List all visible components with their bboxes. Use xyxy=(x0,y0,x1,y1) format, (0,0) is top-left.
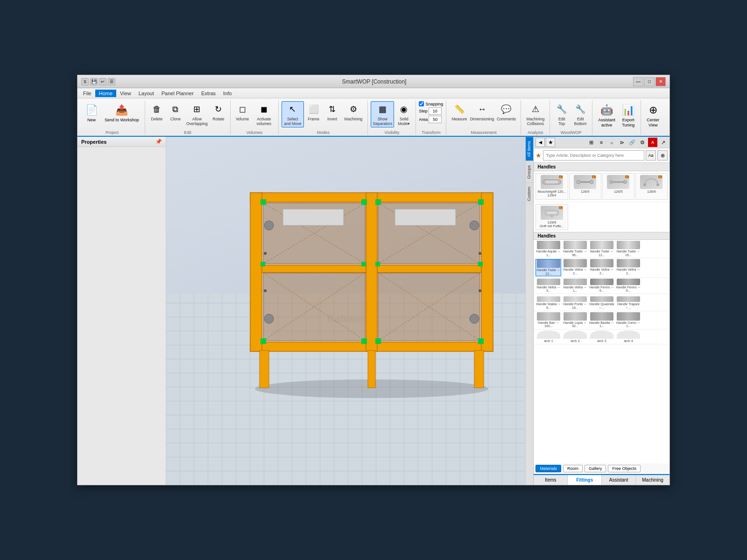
panel-icon-5[interactable]: 🔗 xyxy=(627,138,637,147)
bottom-tab-assistant[interactable]: Assistant xyxy=(602,475,636,485)
select-and-move-button[interactable]: ↖ Selectand Move xyxy=(282,101,303,127)
side-tabs: All Items Groups Custom xyxy=(525,137,534,485)
export-tuning-button[interactable]: 📊 ExportTuning xyxy=(619,101,638,129)
app-icon-menu[interactable]: ☰ xyxy=(108,78,115,85)
menu-info[interactable]: Info xyxy=(219,90,235,97)
handle-item-4[interactable]: C 128/6 xyxy=(635,173,668,200)
maximize-button[interactable]: □ xyxy=(644,77,655,86)
delete-button[interactable]: 🗑 Delete xyxy=(148,101,166,123)
panel-icon-1[interactable]: ⊞ xyxy=(586,138,596,147)
menu-panel-planner[interactable]: Panel Planner xyxy=(158,90,197,97)
bottom-tab-machining[interactable]: Machining xyxy=(636,475,669,485)
handle-list-arch-2[interactable]: arch 2 xyxy=(562,330,588,343)
handle-list-trapani[interactable]: Handle Trapani ↔... xyxy=(615,295,641,309)
handle-item-2[interactable]: C 128/5 xyxy=(569,173,601,200)
handle-list-veltra-2[interactable]: Handle Veltra ↔ 2... xyxy=(589,259,614,276)
frame-button[interactable]: ⬜ Frame xyxy=(305,101,323,123)
category-room[interactable]: Room xyxy=(563,465,583,472)
solid-mode-button[interactable]: ◉ SolidMode▾ xyxy=(395,101,413,127)
send-to-workshop-button[interactable]: 📤 Send to Workshop xyxy=(102,101,142,124)
handle-list-basilia[interactable]: Handle Basilia ↔ 1... xyxy=(589,312,614,328)
handle-list-quadrata[interactable]: Handle Quadrata ↔... xyxy=(589,295,614,309)
panel-icon-2[interactable]: ≡ xyxy=(597,138,606,147)
panel-icon-6[interactable]: ⚙ xyxy=(638,138,647,147)
minimize-button[interactable]: — xyxy=(633,77,643,86)
handle-item-3[interactable]: C 126/5 xyxy=(602,173,634,200)
handle-list-veltra-1[interactable]: Handle Veltra ↔ 2... xyxy=(562,259,588,276)
category-materials[interactable]: Materials xyxy=(536,465,561,472)
handle-list-aquila[interactable]: Handle Aquila ↔ 1... xyxy=(536,241,561,257)
category-free-objects[interactable]: Free Objects xyxy=(608,465,641,472)
panel-scroll-area[interactable]: Handles C xyxy=(534,163,669,463)
handle-list-veltra-3[interactable]: Handle Veltra ↔ 2... xyxy=(615,259,641,276)
allow-overlapping-button[interactable]: ⊞ Allow Overlapping xyxy=(185,101,209,127)
show-separators-button[interactable]: ▦ ShowSeparators xyxy=(371,101,394,127)
handle-list-ponte[interactable]: Handle Ponte ↔ 19... xyxy=(562,295,588,309)
app-icon-undo[interactable]: ↩ xyxy=(99,78,106,85)
app-icon-save[interactable]: 💾 xyxy=(90,78,98,85)
panel-star-icon[interactable]: ★ xyxy=(546,138,555,147)
handle-item-5[interactable]: C 128/6Griff mit Puffe... xyxy=(536,204,568,231)
panel-icon-4[interactable]: ⊳ xyxy=(617,138,627,147)
viewport[interactable]: Cabinet xyxy=(166,137,525,485)
handle-list-fermo-1[interactable]: Handle Fermo ↔ 6... xyxy=(589,279,614,293)
menu-extras[interactable]: Extras xyxy=(197,90,219,97)
panel-icon-3[interactable]: ⬦ xyxy=(607,138,616,147)
center-view-button[interactable]: ⊕ CenterView xyxy=(644,101,662,129)
clone-button[interactable]: ⧉ Clone xyxy=(167,101,184,123)
menu-file[interactable]: File xyxy=(79,90,95,97)
menu-home[interactable]: Home xyxy=(95,90,116,97)
side-tab-groups[interactable]: Groups xyxy=(526,161,533,183)
search-input[interactable] xyxy=(543,150,644,161)
step-input[interactable] xyxy=(429,107,442,115)
invert-button[interactable]: ⇅ Invert xyxy=(324,101,341,123)
side-tab-all-items[interactable]: All Items xyxy=(526,137,533,161)
bottom-tab-fittings[interactable]: Fittings xyxy=(568,475,602,485)
panel-red-icon[interactable]: A xyxy=(648,138,657,147)
edit-top-button[interactable]: 🔧 EditTop xyxy=(553,101,571,127)
new-button[interactable]: 📄 New xyxy=(82,101,101,124)
handle-list-label-fermo2: Handle Fermo ↔ 6... xyxy=(615,286,641,293)
volume-button[interactable]: ◻ Volume xyxy=(233,101,251,123)
machining-collisions-button[interactable]: ⚠ MachiningCollisions xyxy=(524,101,547,127)
handle-list-arch-1[interactable]: arch 1 xyxy=(536,330,561,343)
handle-list-tuder-selected[interactable]: Handle Tuder ↔ 12... xyxy=(536,259,561,276)
search-expand-icon[interactable]: ⊕ xyxy=(657,150,668,161)
handle-list-tuder-12[interactable]: Handle Tuder ↔ 12... xyxy=(589,241,614,257)
handle-list-stabla[interactable]: Handle Stabla ↔ 9... xyxy=(536,295,561,309)
handle-list-tuder-16[interactable]: Handle Tuder ↔ 16... xyxy=(615,241,641,257)
ribbon-group-woodwop-label: WoodWOP xyxy=(553,130,589,135)
comments-button[interactable]: 💬 Comments xyxy=(494,101,518,123)
activate-volumes-button[interactable]: ◼ Activate volumes xyxy=(252,101,275,127)
handle-list-bari[interactable]: Handle Bari ↔ 160... xyxy=(536,312,561,328)
category-gallery[interactable]: Gallery xyxy=(585,465,606,472)
area-input[interactable] xyxy=(429,116,442,123)
handle-list-arch-3[interactable]: arch 3 xyxy=(589,330,614,343)
handle-list-tuder-96[interactable]: Handle Tuder ↔ 96... xyxy=(562,241,588,257)
handle-list-fermo-2[interactable]: Handle Fermo ↔ 6... xyxy=(615,279,641,293)
panel-arrow-icon[interactable]: ↗ xyxy=(658,138,668,147)
volume-label: Volume xyxy=(236,117,249,121)
handle-list-veltra-4[interactable]: Handle Veltra ↔ 3... xyxy=(536,279,561,293)
handle-item-1[interactable]: C Muschelgriff 120...128/4 xyxy=(536,173,568,200)
handle-list-como[interactable]: Handle Como ↔ 1... xyxy=(615,312,641,328)
close-button[interactable]: ✕ xyxy=(655,77,666,86)
menu-view[interactable]: View xyxy=(116,90,135,97)
panel-back-button[interactable]: ◄ xyxy=(536,138,545,147)
font-size-icon[interactable]: Aa xyxy=(646,150,656,161)
snapping-checkbox[interactable] xyxy=(419,101,424,106)
handle-list-lupia[interactable]: Handle Lupia ↔ 32... xyxy=(562,312,588,328)
edit-bottom-button[interactable]: 🔧 EditBottom xyxy=(571,101,589,127)
assistant-active-button[interactable]: 🤖 Assistantactive xyxy=(595,101,618,129)
menu-layout[interactable]: Layout xyxy=(135,90,158,97)
handle-list-arch-4[interactable]: arch 4 xyxy=(615,330,641,343)
machining-button[interactable]: ⚙ Machining xyxy=(342,101,365,123)
dimensioning-button[interactable]: ↔ Dimensioning xyxy=(470,101,493,123)
rotate-button[interactable]: ↻ Rotate xyxy=(210,101,227,123)
measure-button[interactable]: 📏 Measure xyxy=(449,101,469,123)
side-tab-custom[interactable]: Custom xyxy=(526,182,533,205)
handle-list-veltra-5[interactable]: Handle Veltra ↔ 1... xyxy=(562,279,588,293)
handle-list-label-trapani: Handle Trapani ↔... xyxy=(615,302,641,309)
properties-pin-icon[interactable]: 📌 xyxy=(155,139,162,145)
bottom-tab-items[interactable]: Items xyxy=(534,475,568,485)
